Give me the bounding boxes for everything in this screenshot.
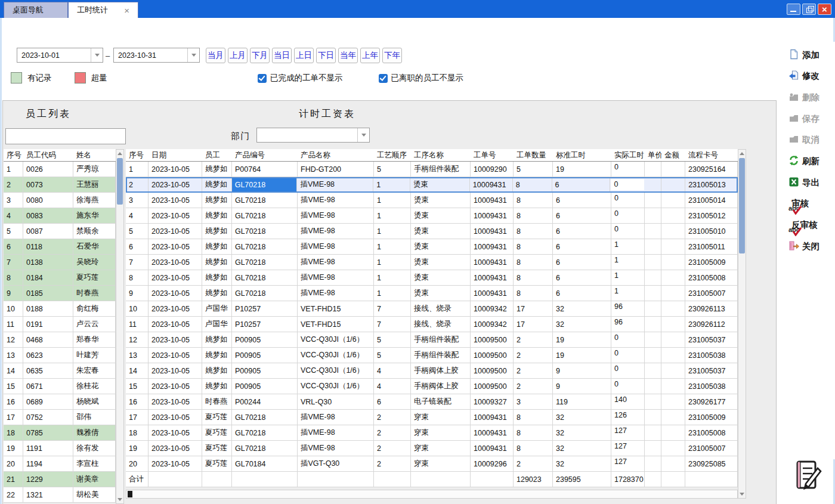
employee-row[interactable]: 170752邵伟 (4, 410, 116, 425)
table-cell: 石爱华 (73, 239, 116, 254)
memo-edit-icon[interactable] (794, 459, 825, 494)
scroll-down-icon[interactable] (117, 498, 122, 501)
table-cell (661, 317, 685, 332)
wage-row[interactable]: 102023-10-05卢国华P10257VET-FHD157接线、烧录1000… (126, 301, 738, 317)
sidebar-button-6[interactable]: 刷新 (788, 154, 819, 169)
wage-row[interactable]: 142023-10-05姚梦如P00905VCC-Q30JI（1/6）4手柄阀体… (126, 363, 738, 379)
close-window-button[interactable] (818, 4, 831, 15)
wage-row[interactable]: 82023-10-05姚梦如GL70218插VME-981烫束100094318… (126, 270, 738, 286)
checkbox-checked-icon[interactable] (258, 74, 267, 83)
wage-table-vscrollbar[interactable] (738, 149, 746, 499)
employee-row[interactable]: 100188俞红梅 (4, 301, 116, 317)
employee-row[interactable]: 10026严秀琼 (4, 162, 116, 177)
wage-row[interactable]: 182023-10-05夏巧莲GL70218插VME-982穿束10009431… (126, 425, 738, 441)
wage-row[interactable]: 52023-10-05姚梦如GL70218插VME-981烫束100094318… (126, 224, 738, 239)
employee-row[interactable]: 201194李宣柱 (4, 456, 116, 472)
date-quick-button-6[interactable]: 下日 (316, 48, 336, 63)
total-cell (685, 472, 738, 487)
employee-row[interactable]: 180785魏雅倩 (4, 425, 116, 441)
sidebar-button-1[interactable]: 添加 (788, 48, 819, 62)
employee-row[interactable]: 50087禁顺余 (4, 224, 116, 239)
employee-row[interactable]: 30080徐海燕 (4, 193, 116, 208)
employee-row[interactable]: 20073王慧丽 (4, 177, 116, 193)
sidebar-button-10[interactable]: 关闭 (788, 239, 819, 253)
table-cell: 谢美章 (73, 472, 116, 487)
chevron-down-icon[interactable] (187, 48, 199, 62)
employee-row[interactable]: 80184夏巧莲 (4, 270, 116, 286)
sidebar-button-2[interactable]: 修改 (788, 69, 819, 84)
maximize-button[interactable] (802, 4, 816, 15)
wage-table-hscrollbar[interactable] (126, 490, 738, 499)
date-quick-button-4[interactable]: 当日 (272, 48, 292, 63)
wage-row[interactable]: 122023-10-05姚梦如P00905VCC-Q30JI（1/6）5手柄组件… (126, 332, 738, 348)
table-cell (645, 441, 661, 456)
employee-row[interactable]: 40083施东华 (4, 208, 116, 224)
scrollbar-thumb[interactable] (117, 158, 123, 205)
date-quick-button-3[interactable]: 下月 (250, 48, 270, 63)
end-date-combobox[interactable]: 2023-10-31 (113, 48, 200, 63)
scrollbar-thumb[interactable] (128, 491, 132, 497)
wage-row-selected[interactable]: 22023-10-05姚梦如GL70218插VME-981烫束100094318… (126, 177, 738, 193)
wage-row[interactable]: 162023-10-05时春燕P00244VRL-Q306电子镜装配100093… (126, 394, 738, 410)
scrollbar-thumb[interactable] (739, 158, 745, 253)
wage-row[interactable]: 112023-10-05卢国华P10257VET-FHD157接线、烧录1000… (126, 317, 738, 332)
wage-row[interactable]: 92023-10-05姚梦如GL70218插VME-981烫束100094318… (126, 286, 738, 301)
total-cell (149, 472, 202, 487)
date-quick-button-5[interactable]: 上日 (294, 48, 314, 63)
minimize-button[interactable] (787, 4, 800, 15)
start-date-combobox[interactable]: 2023-10-01 (17, 48, 103, 63)
wage-row[interactable]: 32023-10-05姚梦如GL70218插VME-981烫束100094318… (126, 193, 738, 208)
date-quick-button-8[interactable]: 上年 (360, 48, 380, 63)
wage-row[interactable]: 12023-10-05姚梦如P00764FHD-GT2005手柄组件装配1000… (126, 162, 738, 177)
checkbox-checked-icon[interactable] (379, 74, 388, 83)
employee-row[interactable]: 211229谢美章 (4, 472, 116, 487)
wage-row[interactable]: 172023-10-05夏巧莲GL70218插VME-982穿束10009431… (126, 410, 738, 425)
wage-row[interactable]: 202023-10-05夏巧莲GL70184插VGT-Q302穿束1000929… (126, 456, 738, 472)
table-cell: 6 (553, 193, 611, 208)
sidebar-button-9[interactable]: abc反审核 (788, 218, 818, 233)
scroll-up-icon[interactable] (740, 152, 744, 155)
wage-row[interactable]: 192023-10-05夏巧莲GL70218插VME-982穿束10009431… (126, 441, 738, 456)
table-cell: 李宣柱 (73, 456, 116, 471)
sidebar-button-label: 修改 (802, 70, 819, 82)
sidebar-button-7[interactable]: 导出 (788, 175, 819, 190)
tab-close-icon[interactable]: × (124, 6, 129, 15)
chevron-down-icon[interactable] (91, 48, 103, 62)
date-quick-button-2[interactable]: 上月 (228, 48, 248, 63)
date-quick-button-9[interactable]: 下年 (382, 48, 402, 63)
table-cell (645, 224, 661, 239)
employee-row[interactable]: 70138吴晓玲 (4, 255, 116, 270)
employee-row[interactable]: 191191徐有发 (4, 441, 116, 456)
department-combobox[interactable] (256, 128, 370, 143)
employee-row[interactable]: 150671徐桂花 (4, 379, 116, 394)
table-cell: 8 (513, 177, 552, 192)
chevron-down-icon[interactable] (357, 128, 369, 142)
selected-cell[interactable]: GL70218 (232, 177, 298, 192)
tab-desktop-navigation[interactable]: 桌面导航 (4, 2, 68, 18)
wage-row[interactable]: 42023-10-05姚梦如GL70218插VME-981烫束100094318… (126, 208, 738, 224)
table-cell: 6 (552, 177, 611, 192)
date-quick-button-1[interactable]: 当月 (206, 48, 225, 63)
filter-check-1[interactable]: 已完成的工单不显示 (258, 73, 343, 84)
filter-check-2[interactable]: 已离职的员工不显示 (379, 73, 464, 84)
employee-row[interactable]: 160689杨晓斌 (4, 394, 116, 410)
wage-row[interactable]: 72023-10-05姚梦如GL70218插VME-981烫束100094318… (126, 255, 738, 270)
employee-row[interactable]: 110191卢云云 (4, 317, 116, 332)
employee-row[interactable]: 130623叶建芳 (4, 348, 116, 363)
sidebar-button-8[interactable]: abc审核 (788, 197, 809, 211)
employee-search-input[interactable] (5, 128, 126, 144)
employee-row[interactable]: 140635朱宏春 (4, 363, 116, 379)
scroll-down-icon[interactable] (740, 493, 744, 496)
table-cell: P00764 (232, 162, 298, 177)
employee-table-vscrollbar[interactable] (116, 149, 124, 504)
employee-row[interactable]: 90185时春燕 (4, 286, 116, 301)
scroll-up-icon[interactable] (117, 152, 122, 155)
wage-row[interactable]: 132023-10-05姚梦如P00905VCC-Q30JI（1/6）5手柄组件… (126, 348, 738, 363)
date-quick-button-7[interactable]: 当年 (338, 48, 358, 63)
employee-row[interactable]: 120468郑春华 (4, 332, 116, 348)
employee-row[interactable]: 221321胡松美 (4, 487, 116, 503)
wage-row[interactable]: 62023-10-05姚梦如GL70218插VME-981烫束100094318… (126, 239, 738, 255)
employee-row[interactable]: 60118石爱华 (4, 239, 116, 255)
wage-row[interactable]: 152023-10-05姚梦如P00905VCC-Q30JI（1/6）4手柄阀体… (126, 379, 738, 394)
tab-work-hours-stats[interactable]: 工时统计 × (68, 2, 138, 18)
